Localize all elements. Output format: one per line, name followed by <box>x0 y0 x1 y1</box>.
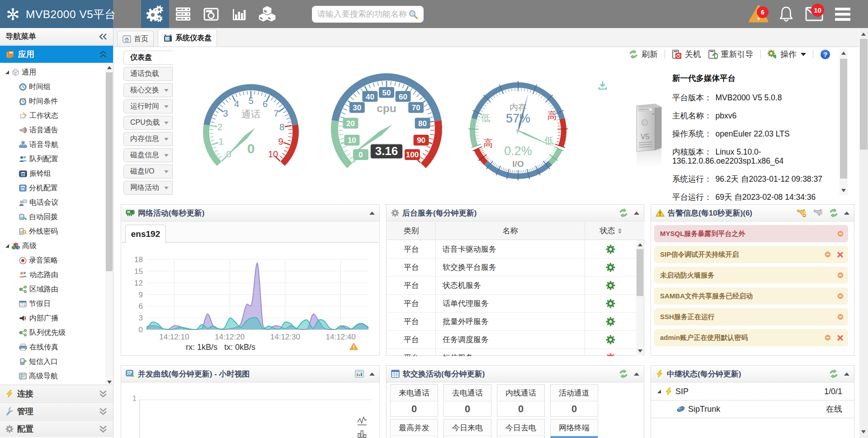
refresh-icon[interactable] <box>829 369 839 378</box>
alert-mute-icon[interactable] <box>837 231 844 237</box>
toolbar-关机-button[interactable]: 关机 <box>672 49 701 60</box>
sidebar-collapse-icon[interactable] <box>99 33 108 40</box>
dash-tab-通话负载[interactable]: 通话负载 <box>123 67 173 81</box>
tree-item-节假日[interactable]: 节假日 <box>0 297 105 311</box>
service-status-gear-running-icon[interactable] <box>606 245 615 254</box>
top-nav-gears-icon[interactable] <box>141 0 169 28</box>
toolbar-刷新-button[interactable]: 刷新 <box>628 49 658 60</box>
column-category[interactable]: 类别 <box>387 222 436 240</box>
alert-close-icon[interactable] <box>837 334 844 341</box>
service-status-gear-running-icon[interactable] <box>606 299 615 308</box>
refresh-icon[interactable] <box>829 208 839 217</box>
tab-系统仪表盘[interactable]: 系统仪表盘 <box>158 29 217 47</box>
dash-tab-磁盘信息[interactable]: 磁盘信息 <box>123 148 173 162</box>
collapse-icon[interactable] <box>634 209 639 215</box>
search-icon[interactable] <box>408 9 418 19</box>
alert-mute-icon[interactable] <box>825 251 831 258</box>
panel-alerts-header[interactable]: 告警信息(每10秒更新)(6) <box>651 205 854 221</box>
tree-item-自动回拨[interactable]: 自动回拨 <box>0 210 105 224</box>
hamburger-menu-icon[interactable] <box>832 0 854 28</box>
service-row-状态机服务[interactable]: 平台状态机服务 <box>387 277 637 295</box>
tree-item-外线密码[interactable]: 外线密码 <box>0 224 105 239</box>
dash-tab-运行时间[interactable]: 运行时间 <box>123 99 173 113</box>
service-row-批量外呼服务[interactable]: 平台批量外呼服务 <box>387 313 637 331</box>
tree-node-高级[interactable]: 高级 <box>0 239 105 253</box>
collapse-icon[interactable] <box>634 370 639 376</box>
chart-settings-icon[interactable] <box>355 370 364 378</box>
dash-tab-网络活动[interactable]: 网络活动 <box>123 181 173 195</box>
service-row-任务调度服务[interactable]: 平台任务调度服务 <box>387 331 637 349</box>
tree-item-语音导航[interactable]: 语音导航 <box>0 137 105 152</box>
tree-item-动态路由[interactable]: 动态路由 <box>0 268 105 282</box>
service-row-软交换平台服务[interactable]: 平台软交换平台服务 <box>387 259 637 277</box>
tree-node-通用[interactable]: 通用 <box>0 65 105 80</box>
alert-mute-icon[interactable] <box>825 334 831 341</box>
tree-item-工作状态[interactable]: 工作状态 <box>0 108 105 123</box>
tree-item-电话会议[interactable]: 电话会议 <box>0 195 105 210</box>
top-nav-camera-icon[interactable] <box>197 0 225 28</box>
tree-item-分机配置[interactable]: 分机配置 <box>0 181 105 195</box>
alert-mute-icon[interactable] <box>837 314 844 320</box>
tree-item-时间组[interactable]: 时间组 <box>0 80 105 94</box>
dash-tab-核心交换[interactable]: 核心交换 <box>123 83 173 97</box>
column-name[interactable]: 名称 <box>436 222 585 240</box>
service-row-话单代理服务[interactable]: 平台话单代理服务 <box>387 295 637 313</box>
top-nav-barchart-icon[interactable] <box>225 0 253 28</box>
tree-item-语音通告[interactable]: 语音通告 <box>0 123 105 137</box>
refresh-icon[interactable] <box>618 208 628 217</box>
service-status-gear-running-icon[interactable] <box>606 263 615 272</box>
panel-concurrency-header[interactable]: 并发曲线(每分钟更新) - 小时视图 <box>121 366 379 382</box>
sidebar-accordion-连接[interactable]: 连接 <box>0 385 113 402</box>
network-warning-icon[interactable] <box>349 343 358 350</box>
line-chart-toggle-icon[interactable] <box>357 416 368 426</box>
service-row-语音卡驱动服务[interactable]: 平台语音卡驱动服务 <box>387 240 637 259</box>
tree-item-在线传真[interactable]: 在线传真 <box>0 340 105 354</box>
toolbar-操作-button[interactable]: 操作 <box>767 49 806 60</box>
tree-item-高级导航[interactable]: 高级导航 <box>0 369 105 383</box>
tree-item-录音策略[interactable]: 录音策略 <box>0 253 105 268</box>
dash-tab-仪表盘[interactable]: 仪表盘 <box>123 51 173 65</box>
trunk-row-SipTrunk[interactable]: SipTrunk在线 <box>651 400 854 418</box>
tree-item-振铃组[interactable]: 振铃组 <box>0 166 105 181</box>
tree-item-短信入口[interactable]: 短信入口 <box>0 354 105 369</box>
sidebar-accordion-apps[interactable]: 应用 <box>0 46 113 63</box>
horn-gray-icon[interactable] <box>813 208 823 218</box>
tab-ens192[interactable]: ens192 <box>125 225 166 243</box>
bar-chart-toggle-icon[interactable] <box>357 429 368 438</box>
search-input[interactable] <box>317 9 408 19</box>
collapse-icon[interactable] <box>844 370 849 376</box>
collapse-icon[interactable] <box>369 209 375 215</box>
bell-icon[interactable] <box>776 0 797 28</box>
tree-item-队列配置[interactable]: 队列配置 <box>0 152 105 166</box>
panel-softswitch-header[interactable]: 软交换活动(每分钟更新) <box>387 366 644 382</box>
panel-network-header[interactable]: 网络活动(每秒更新) <box>121 205 379 221</box>
tree-item-内部广播[interactable]: 内部广播 <box>0 311 105 325</box>
dash-tab-磁盘I/O[interactable]: 磁盘I/O <box>123 165 173 179</box>
sidebar-accordion-管理[interactable]: 管理 <box>0 402 113 419</box>
toolbar-help-button[interactable]: ? <box>820 49 834 60</box>
service-row-短信服务[interactable]: 平台短信服务 <box>387 349 637 356</box>
collapse-icon[interactable] <box>369 370 375 376</box>
dash-tab-内存信息[interactable]: 内存信息 <box>123 132 173 146</box>
sidebar-accordion-配置[interactable]: 配置 <box>0 420 113 437</box>
alert-mute-icon[interactable] <box>837 293 844 299</box>
tab-首页[interactable]: 首页 <box>117 31 154 47</box>
horn-mute-icon[interactable] <box>796 208 807 218</box>
tree-item-队列优先级[interactable]: 队列优先级 <box>0 325 105 340</box>
tree-item-时间条件[interactable]: 时间条件 <box>0 94 105 108</box>
collapse-icon[interactable] <box>844 209 849 215</box>
service-status-gear-stopped-icon[interactable] <box>606 353 615 356</box>
trunk-row-SIP[interactable]: SIP1/0/1 <box>651 383 854 400</box>
dash-tab-CPU负载[interactable]: CPU负载 <box>123 116 173 130</box>
panel-services-header[interactable]: 后台服务(每分钟更新) <box>387 205 644 221</box>
service-status-gear-running-icon[interactable] <box>606 335 615 344</box>
service-status-gear-running-icon[interactable] <box>606 281 615 290</box>
top-nav-cubes-icon[interactable] <box>253 0 281 28</box>
alert-close-icon[interactable] <box>837 251 844 258</box>
panel-trunk-header[interactable]: 中继状态(每分钟更新) <box>651 366 854 382</box>
service-status-gear-running-icon[interactable] <box>606 317 615 326</box>
sidebar-tree-scrollbar[interactable] <box>105 63 113 387</box>
download-icon[interactable] <box>598 80 608 90</box>
toolbar-重新引导-button[interactable]: 重新引导 <box>708 49 754 60</box>
refresh-icon[interactable] <box>618 369 628 378</box>
